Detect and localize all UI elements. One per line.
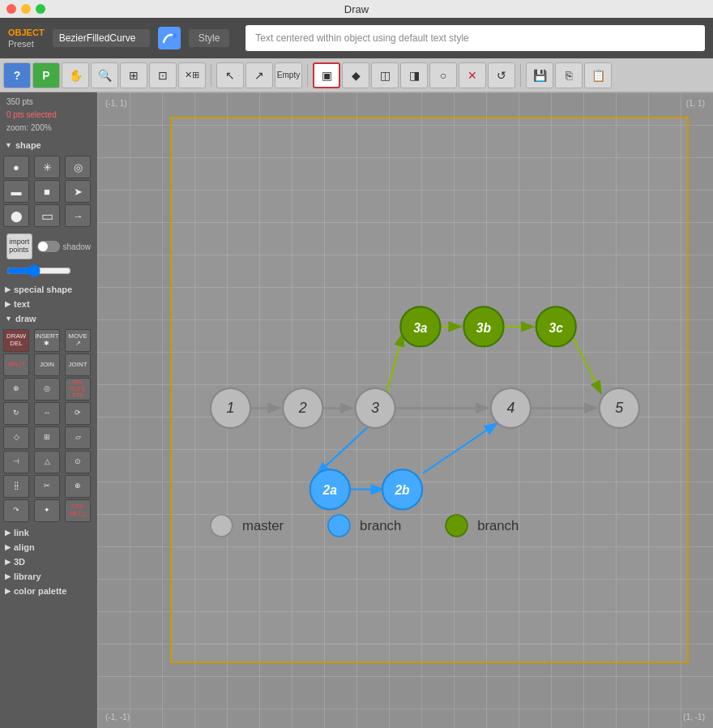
shape-star-btn[interactable]: ✳: [34, 156, 60, 178]
align-arrow-icon: ▶: [5, 543, 11, 551]
draw-delete-btn[interactable]: DRAWDEL: [3, 329, 29, 352]
shape-circle-btn[interactable]: ●: [3, 156, 29, 178]
diamond-btn[interactable]: ◇: [3, 426, 29, 449]
draw-grid: DRAWDEL INSERT✱ MOVE↗ SPLIT JOIN JOINT ⊕…: [0, 326, 97, 525]
center-btn[interactable]: ⊙: [65, 451, 91, 473]
add-btn[interactable]: ⊕: [65, 475, 91, 498]
shape-spiral-btn[interactable]: ◎: [65, 156, 91, 178]
triangle-btn[interactable]: △: [34, 451, 60, 473]
split-btn[interactable]: SPLIT: [3, 353, 29, 376]
shadow-track[interactable]: [37, 241, 60, 252]
shape-rect-btn[interactable]: ■: [34, 180, 60, 203]
frame-button[interactable]: ⊡: [149, 62, 177, 88]
sidebar: 350 pts 0 pts selected zoom: 200% ▼ shap…: [0, 92, 97, 728]
preset-label: Preset: [8, 39, 45, 49]
toolbar: ? P ✋ 🔍 ⊞ ⊡ ✕⊞ ↖ ↗ Empty ▣ ◆ ◫ ◨ ○ ✕ ↺ 💾…: [0, 58, 713, 92]
first-point-btn[interactable]: ⊣: [3, 451, 29, 473]
round-btn[interactable]: ◎: [34, 378, 60, 400]
canvas-area[interactable]: (-1, 1) (1, 1) (-1, -1) (1, -1): [97, 92, 713, 728]
shape-ellipseh-btn[interactable]: ⬤: [3, 204, 29, 227]
3d-label: 3D: [14, 557, 25, 567]
svg-text:2b: 2b: [394, 483, 410, 497]
select-button[interactable]: ↖: [216, 62, 244, 88]
3d-section-header[interactable]: ▶ 3D: [0, 555, 97, 569]
align-section-header[interactable]: ▶ align: [0, 540, 97, 555]
library-section-header[interactable]: ▶ library: [0, 569, 97, 584]
copy-button[interactable]: ⎘: [555, 62, 583, 88]
paragraph-button[interactable]: P: [32, 62, 60, 88]
shape-arrow-icon: ▼: [5, 141, 12, 149]
array-btn[interactable]: ⣿: [3, 475, 29, 498]
cross-button[interactable]: ✕: [459, 62, 486, 88]
x-frame-button[interactable]: ✕⊞: [178, 62, 206, 88]
corner-tr: (1, 1): [686, 99, 705, 108]
minimize-button[interactable]: [21, 4, 31, 14]
add-point-btn[interactable]: ⊕: [3, 378, 29, 400]
circle-button[interactable]: ○: [429, 62, 457, 88]
lasso-button[interactable]: ↗: [245, 62, 273, 88]
svg-line-8: [573, 337, 600, 392]
diagram-svg: 1 2 3 4 5 3a 3b 3c 2a: [172, 118, 687, 662]
svg-text:branch: branch: [477, 518, 519, 533]
zoom-button[interactable]: 🔍: [91, 62, 118, 88]
cut-btn[interactable]: ✂: [34, 475, 60, 498]
selected-label: 0 pts selected: [6, 109, 91, 122]
move-btn[interactable]: MOVE↗: [65, 329, 91, 352]
color-palette-section-header[interactable]: ▶ color palette: [0, 584, 97, 598]
shadow-toggle[interactable]: shadow: [37, 241, 91, 252]
object-name[interactable]: BezierFilledCurve: [53, 29, 150, 47]
3d-arrow-icon: ▶: [5, 558, 11, 566]
box-select-button[interactable]: ▣: [313, 62, 340, 88]
shape1-button[interactable]: ◆: [342, 62, 369, 88]
join-btn[interactable]: JOIN: [34, 353, 60, 376]
zoom-label: zoom: 200%: [6, 122, 91, 135]
svg-text:3: 3: [371, 400, 379, 416]
insert-btn[interactable]: INSERT✱: [34, 329, 60, 352]
svg-point-0: [173, 33, 177, 38]
grid2-btn[interactable]: ⊞: [34, 426, 60, 449]
svg-text:3a: 3a: [413, 321, 428, 335]
svg-text:3c: 3c: [549, 321, 564, 335]
special-shape-section-header[interactable]: ▶ special shape: [0, 282, 97, 297]
svg-point-24: [328, 515, 350, 537]
shape-rectoutline-btn[interactable]: ▭: [34, 204, 60, 227]
empty-button[interactable]: Empty: [275, 62, 302, 88]
flip-btn[interactable]: ↷: [3, 499, 29, 522]
shape-rightarrow-btn[interactable]: →: [65, 204, 91, 227]
shape2-button[interactable]: ◫: [371, 62, 399, 88]
mirror-v-btn[interactable]: ⟳: [65, 402, 91, 425]
separator-2: [307, 64, 308, 87]
svg-text:3b: 3b: [476, 321, 492, 335]
dupe-pts-btn[interactable]: DELDUPEPTS: [65, 378, 91, 400]
grid-button[interactable]: ⊞: [120, 62, 147, 88]
shape-arrow-btn[interactable]: ➤: [65, 180, 91, 203]
draw-section-label: draw: [15, 314, 36, 323]
joint-btn[interactable]: JOINT: [65, 353, 91, 376]
paste-button[interactable]: 📋: [584, 62, 612, 88]
pan-button[interactable]: ✋: [62, 62, 89, 88]
save-button[interactable]: 💾: [526, 62, 553, 88]
offset-btn[interactable]: OFFSET△: [65, 499, 91, 522]
draw-section-header[interactable]: ▼ draw: [0, 311, 97, 326]
star2-btn[interactable]: ✦: [34, 499, 60, 522]
text-section-header[interactable]: ▶ text: [0, 297, 97, 311]
style-label[interactable]: Style: [189, 29, 230, 47]
help-button[interactable]: ?: [3, 62, 31, 88]
shape-section-header[interactable]: ▼ shape: [0, 138, 97, 152]
shear-btn[interactable]: ▱: [65, 426, 91, 449]
object-bar: OBJECT Preset BezierFilledCurve Style Te…: [0, 18, 713, 58]
import-points-btn[interactable]: importpoints: [6, 233, 32, 259]
maximize-button[interactable]: [36, 4, 45, 14]
rotate-btn[interactable]: ↻: [3, 402, 29, 425]
shape3-button[interactable]: ◨: [400, 62, 428, 88]
curve-button[interactable]: ↺: [488, 62, 515, 88]
link-section-header[interactable]: ▶ link: [0, 525, 97, 540]
shadow-slider[interactable]: [6, 264, 71, 277]
separator-3: [520, 64, 521, 87]
close-button[interactable]: [6, 4, 16, 14]
mirror-h-btn[interactable]: ↔: [34, 402, 60, 425]
shape-hrect-btn[interactable]: ▬: [3, 180, 29, 203]
svg-point-22: [211, 515, 233, 537]
svg-text:5: 5: [615, 400, 623, 416]
shape-section-label: shape: [15, 140, 41, 150]
